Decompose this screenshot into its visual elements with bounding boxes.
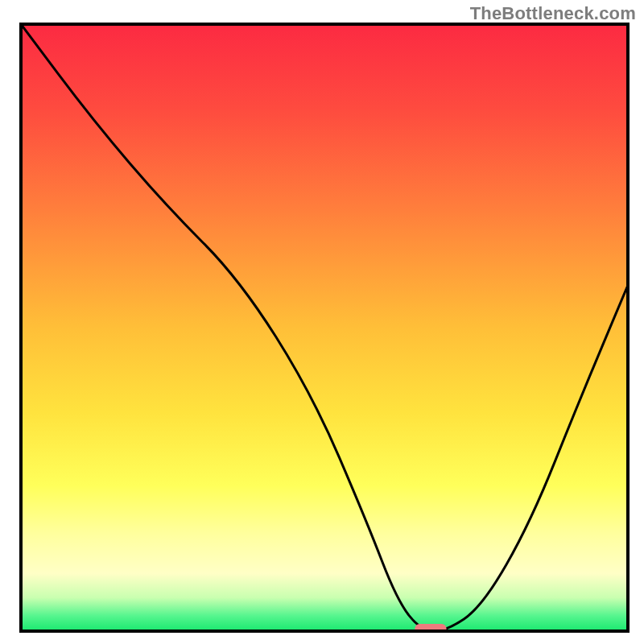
- optimum-marker: [415, 624, 446, 634]
- gradient-background: [21, 24, 628, 631]
- watermark-text: TheBottleneck.com: [470, 3, 636, 24]
- bottleneck-chart: [0, 0, 644, 644]
- chart-stage: TheBottleneck.com: [0, 0, 644, 644]
